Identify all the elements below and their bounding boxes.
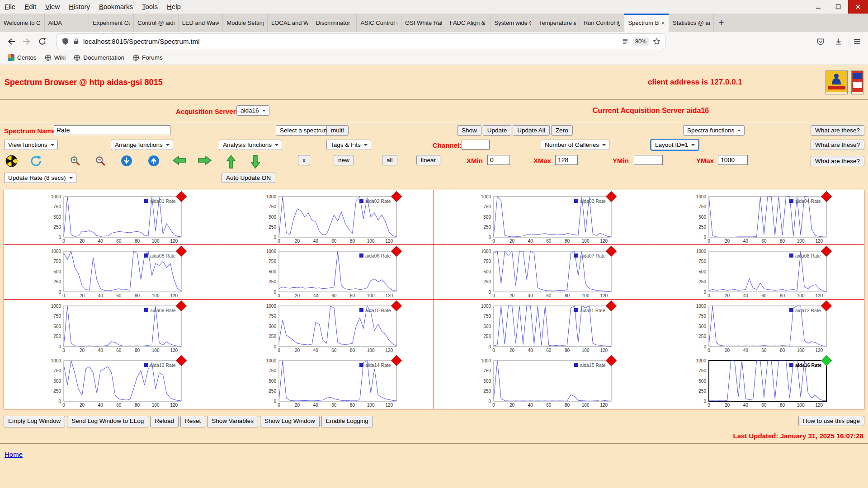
green-up-arrow-icon[interactable] — [226, 155, 236, 169]
tab-13[interactable]: Temperature a — [535, 14, 580, 32]
water-refresh-icon[interactable] — [30, 155, 42, 167]
download-icon[interactable] — [832, 35, 845, 48]
spectrum-plot-08[interactable]: 02505007501000020406080100120aida08 Rate — [649, 245, 864, 300]
green-left-arrow-icon[interactable] — [173, 155, 186, 166]
tags-fits-dropdown[interactable]: Tags & Fits — [326, 140, 371, 150]
menu-file[interactable]: File — [0, 0, 20, 14]
layout-id-dropdown[interactable]: Layout ID=1 — [651, 140, 698, 150]
view-functions-dropdown[interactable]: View functions — [4, 140, 58, 150]
analysis-functions-dropdown[interactable]: Analysis functions — [219, 140, 282, 150]
spectrum-plot-14[interactable]: 02505007501000020406080100120aida14 Rate — [219, 354, 434, 409]
enable-logging-button[interactable]: Enable Logging — [321, 416, 373, 427]
url-text[interactable]: localhost:8015/Spectrum/Spectrum.tml — [83, 38, 618, 45]
reload-button[interactable] — [35, 35, 49, 48]
tab-5[interactable]: LED and Wave — [179, 14, 223, 32]
menu-tools[interactable]: Tools — [137, 0, 162, 14]
url-bar[interactable]: localhost:8015/Spectrum/Spectrum.tml 80% — [57, 34, 665, 49]
spectrum-plot-05[interactable]: 02505007501000020406080100120aida05 Rate — [4, 245, 219, 300]
tab-1[interactable]: Welcome to C — [0, 14, 45, 32]
minimize-button[interactable] — [808, 0, 828, 14]
back-button[interactable] — [5, 35, 18, 48]
zero-button[interactable]: Zero — [551, 125, 573, 136]
send-log-window-to-elog-button[interactable]: Send Log Window to ELog — [67, 416, 148, 427]
auto-update-button[interactable]: Auto Update ON — [222, 173, 275, 183]
menu-history[interactable]: History — [64, 0, 94, 14]
reader-mode-icon[interactable] — [622, 38, 629, 45]
show-log-window-button[interactable]: Show Log Window — [260, 416, 320, 427]
shield-icon[interactable] — [61, 38, 69, 45]
tab-12[interactable]: System wide C — [491, 14, 535, 32]
tab-close-icon[interactable]: × — [661, 19, 665, 26]
ymax-input[interactable] — [718, 155, 748, 165]
tab-2[interactable]: AIDA — [45, 14, 90, 32]
spectrum-plot-04[interactable]: 02505007501000020406080100120aida04 Rate — [649, 190, 864, 245]
update-all-button[interactable]: Update All — [513, 125, 550, 136]
what-are-these-button-3[interactable]: What are these? — [811, 156, 864, 166]
xmax-input[interactable] — [555, 155, 578, 165]
tab-15[interactable]: Spectrum Br× — [624, 14, 669, 32]
spectrum-plot-10[interactable]: 02505007501000020406080100120aida10 Rate — [219, 300, 434, 354]
zoom-out-icon[interactable] — [94, 155, 106, 167]
empty-log-window-button[interactable]: Empty Log Window — [4, 416, 65, 427]
bookmark-wiki[interactable]: Wiki — [41, 53, 70, 62]
spectrum-plot-03[interactable]: 02505007501000020406080100120aida03 Rate — [434, 190, 649, 245]
x-button[interactable]: x — [298, 155, 310, 165]
spectrum-plot-09[interactable]: 02505007501000020406080100120aida09 Rate — [4, 300, 219, 354]
menu-edit[interactable]: Edit — [20, 0, 41, 14]
tab-6[interactable]: Module Setting — [223, 14, 268, 32]
what-are-these-button-2[interactable]: What are these? — [811, 140, 864, 150]
blue-down-arrow-icon[interactable] — [121, 155, 132, 167]
tab-7[interactable]: LOCAL and Wa — [268, 14, 312, 32]
spectrum-plot-02[interactable]: 02505007501000020406080100120aida02 Rate — [219, 190, 434, 245]
tab-9[interactable]: ASIC Control @ — [357, 14, 401, 32]
lock-icon[interactable] — [73, 38, 80, 45]
menu-hamburger-icon[interactable] — [850, 35, 863, 48]
number-of-galleries-dropdown[interactable]: Number of Galleries — [541, 140, 609, 150]
blue-up-arrow-icon[interactable] — [148, 155, 160, 167]
tab-14[interactable]: Run Control @ — [580, 14, 625, 32]
green-right-arrow-icon[interactable] — [198, 155, 212, 166]
all-button[interactable]: all — [382, 155, 397, 165]
channel-input[interactable] — [462, 140, 490, 150]
menu-help[interactable]: Help — [162, 0, 185, 14]
radiation-icon[interactable] — [5, 155, 18, 167]
zoom-level-badge[interactable]: 80% — [632, 38, 649, 46]
ymin-input[interactable] — [634, 155, 663, 165]
tab-8[interactable]: Discriminator — [312, 14, 357, 32]
acquisition-server-select[interactable]: aida16 — [236, 105, 269, 116]
update-button[interactable]: Update — [483, 125, 512, 136]
bookmark-forums[interactable]: Forums — [128, 53, 167, 62]
spectrum-plot-15[interactable]: 02505007501000020406080100120aida15 Rate — [434, 354, 649, 409]
menu-view[interactable]: View — [41, 0, 64, 14]
home-link[interactable]: Home — [5, 450, 23, 458]
zoom-in-icon[interactable] — [69, 155, 81, 167]
reload-button[interactable]: Reload — [150, 416, 179, 427]
tab-11[interactable]: FADC Align & — [446, 14, 491, 32]
forward-button[interactable] — [20, 35, 33, 48]
spectrum-plot-06[interactable]: 02505007501000020406080100120aida06 Rate — [219, 245, 434, 300]
update-rate-dropdown[interactable]: Update Rate (8 secs) — [4, 173, 76, 183]
arrange-functions-dropdown[interactable]: Arrange functions — [111, 140, 173, 150]
how-to-use-button[interactable]: How to use this page — [798, 416, 864, 426]
tab-10[interactable]: GSI White Rab — [401, 14, 446, 32]
new-button[interactable]: new — [334, 155, 354, 165]
menu-bookmarks[interactable]: Bookmarks — [94, 0, 137, 14]
show-variables-button[interactable]: Show Variables — [207, 416, 258, 427]
reset-button[interactable]: Reset — [180, 416, 205, 427]
maximize-button[interactable] — [828, 0, 848, 14]
spectrum-plot-11[interactable]: 02505007501000020406080100120aida11 Rate — [434, 300, 649, 354]
tab-3[interactable]: Experiment Co — [89, 14, 134, 32]
tab-4[interactable]: Control @ aida — [134, 14, 179, 32]
spectrum-name-input[interactable] — [54, 125, 170, 135]
tab-16[interactable]: Statistics @ ai — [669, 14, 714, 32]
spectrum-plot-12[interactable]: 02505007501000020406080100120aida12 Rate — [649, 300, 864, 354]
bookmark-star-icon[interactable] — [653, 38, 660, 45]
spectrum-plot-13[interactable]: 02505007501000020406080100120aida13 Rate — [4, 354, 219, 409]
bookmark-centos[interactable]: Centos — [4, 53, 41, 62]
spectrum-plot-07[interactable]: 02505007501000020406080100120aida07 Rate — [434, 245, 649, 300]
show-button[interactable]: Show — [457, 125, 481, 136]
spectrum-plot-16[interactable]: 02505007501000020406080100120aida16 Rate — [649, 354, 864, 409]
multi-button[interactable]: multi — [326, 125, 349, 136]
xmin-input[interactable] — [487, 155, 510, 165]
bookmark-documentation[interactable]: Documentation — [70, 53, 128, 62]
